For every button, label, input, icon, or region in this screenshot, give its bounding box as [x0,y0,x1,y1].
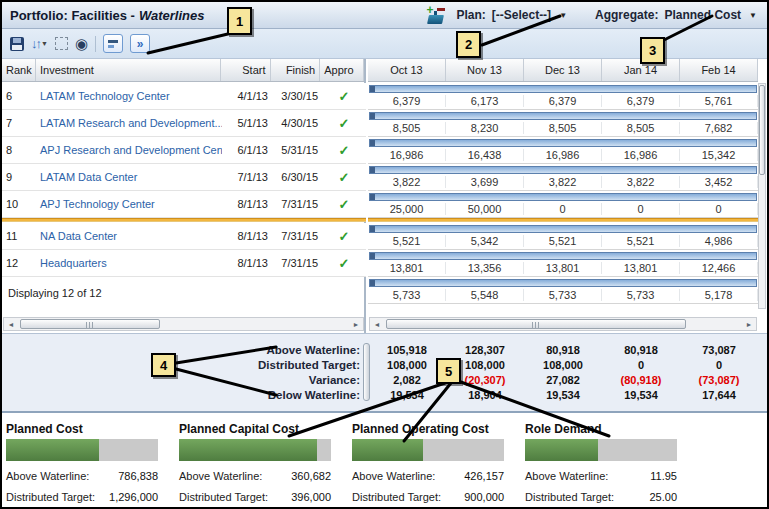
month-header[interactable]: Feb 14 [680,59,758,81]
plan-select[interactable]: [--Select--] [492,8,551,22]
investment-link[interactable]: LATAM Research and Development... [36,117,222,129]
gantt-bar[interactable] [369,112,757,120]
gantt-bar[interactable] [369,193,757,201]
scroll-right-icon[interactable]: ► [742,318,756,330]
distributed-target-value: 1,296,000 [109,491,158,503]
sort-button[interactable]: ↓↑ ▼ [31,36,48,51]
approved-check-icon: ✓ [322,197,366,212]
record-count-status: Displaying 12 of 12 [8,287,102,299]
table-row[interactable]: 12 Headquarters 8/1/13 7/31/15 ✓ [2,250,366,277]
timeline-row: 25,000 50,000 0 0 0 [368,191,758,218]
sort-caret-icon[interactable]: ▼ [41,40,48,47]
scroll-right-icon[interactable]: ► [349,318,363,330]
summary-label: Distributed Target: [2,359,360,371]
progress-fill [6,439,99,461]
summary-label: Above Waterline: [2,344,360,356]
progress-fill [179,439,317,461]
investment-link[interactable]: APJ Research and Development Center [36,144,222,156]
scenario-icon[interactable]: + [426,6,446,24]
summary-row: Above Waterline: 105,918 128,307 80,918 … [2,342,767,357]
timeline-row: 5,521 5,342 5,521 5,521 4,986 [368,223,758,250]
approved-check-icon: ✓ [322,143,366,158]
timeline-header-row: Oct 13 Nov 13 Dec 13 Jan 14 Feb 14 [368,59,758,82]
summary-scrollbar[interactable] [363,343,370,401]
gantt-bar[interactable] [369,225,757,233]
select-region-icon[interactable] [55,37,68,50]
approved-check-icon: ✓ [322,116,366,131]
gantt-bar[interactable] [369,139,757,147]
investment-link[interactable]: LATAM Data Center [36,171,222,183]
page-title: Portfolio: Facilities -Waterlines [10,8,204,23]
summary-label: Variance: [2,374,360,386]
investment-link[interactable]: NA Data Center [36,230,222,242]
sort-icon: ↓↑ [31,36,40,51]
summary-row: Below Waterline: 19,534 18,904 19,534 19… [2,387,767,402]
waterline-summary-panel: Above Waterline: 105,918 128,307 80,918 … [2,333,767,411]
gantt-bar[interactable] [369,166,757,174]
gantt-bar[interactable] [369,279,757,287]
gantt-bar[interactable] [369,252,757,260]
callout-5: 5 [436,358,461,384]
table-row[interactable]: 10 APJ Technology Center 8/1/13 7/31/15 … [2,191,366,218]
scrollbar-thumb[interactable] [386,319,686,329]
table-row[interactable]: 11 NA Data Center 8/1/13 7/31/15 ✓ [2,223,366,250]
above-waterline-value: 786,838 [118,470,158,482]
investment-link[interactable]: LATAM Technology Center [36,90,222,102]
investments-panel: Rank Investment Start Finish Appro 6 LAT… [2,59,366,333]
scrollbar-thumb[interactable] [20,319,160,329]
expand-toolbar-icon[interactable]: » [130,34,150,53]
page-title-waterlines: Waterlines [139,8,205,23]
approved-check-icon: ✓ [322,170,366,185]
progress-bar [352,439,504,461]
timeline-row: 6,379 6,173 6,379 6,379 5,761 [368,83,758,110]
timeline-horizontal-scrollbar[interactable]: ◄ ► [369,317,757,331]
metric-title: Planned Capital Cost [179,422,352,436]
timeline-vertical-scrollbar[interactable] [758,83,766,309]
table-row[interactable]: 7 LATAM Research and Development... 5/1/… [2,110,366,137]
callout-3: 3 [640,37,665,64]
month-header[interactable]: Nov 13 [446,59,524,81]
progress-bar [6,439,158,461]
month-header[interactable]: Dec 13 [524,59,602,81]
title-bar: Portfolio: Facilities -Waterlines + Plan… [2,2,767,29]
column-header-rank[interactable]: Rank [2,59,36,81]
waterline-divider[interactable] [2,218,366,222]
metric-card-planned-cost: Planned Cost Above Waterline:786,838 Dis… [6,422,179,505]
aggregate-select[interactable]: Planned Cost [664,8,741,22]
column-header-investment[interactable]: Investment [36,59,221,81]
plan-dropdown-icon[interactable]: ▼ [559,11,567,20]
column-header-approved[interactable]: Appro [320,59,364,81]
timeline-panel: Oct 13 Nov 13 Dec 13 Jan 14 Feb 14 6,379… [368,59,767,333]
distributed-target-value: 900,000 [464,491,504,503]
waterline-divider[interactable] [368,218,758,222]
distributed-target-value: 25.00 [649,491,677,503]
table-row[interactable]: 8 APJ Research and Development Center 6/… [2,137,366,164]
summary-label: Below Waterline: [2,389,360,401]
column-header-finish[interactable]: Finish [271,59,321,81]
approved-check-icon: ✓ [322,89,366,104]
left-horizontal-scrollbar[interactable]: ◄ ► [3,317,364,331]
month-header[interactable]: Oct 13 [368,59,446,81]
scroll-left-icon[interactable]: ◄ [370,318,384,330]
approved-check-icon: ✓ [322,256,366,271]
column-header-start[interactable]: Start [221,59,271,81]
summary-row: Variance: 2,082 (20,307) 27,082 (80,918)… [2,372,767,387]
table-row[interactable]: 9 LATAM Data Center 7/1/13 6/30/15 ✓ [2,164,366,191]
aggregate-label: Aggregate: [595,8,658,22]
investment-link[interactable]: APJ Technology Center [36,198,222,210]
callout-4: 4 [151,353,176,377]
distributed-target-value: 396,000 [291,491,331,503]
scrollbar-thumb[interactable] [759,85,765,175]
aggregate-dropdown-icon[interactable]: ▼ [749,11,757,20]
gantt-bar[interactable] [369,85,757,93]
plan-label: Plan: [456,8,485,22]
progress-fill [352,439,423,461]
save-icon[interactable] [10,37,24,51]
timeline-row: 16,986 16,438 16,986 16,986 15,342 [368,137,758,164]
scroll-left-icon[interactable]: ◄ [4,318,18,330]
view-options-icon[interactable]: ◉ [75,36,88,51]
chart-icon[interactable] [103,34,123,53]
table-row[interactable]: 6 LATAM Technology Center 4/1/13 3/30/15… [2,83,366,110]
investment-link[interactable]: Headquarters [36,257,222,269]
timeline-row: 13,801 13,356 13,801 13,801 12,466 [368,250,758,277]
